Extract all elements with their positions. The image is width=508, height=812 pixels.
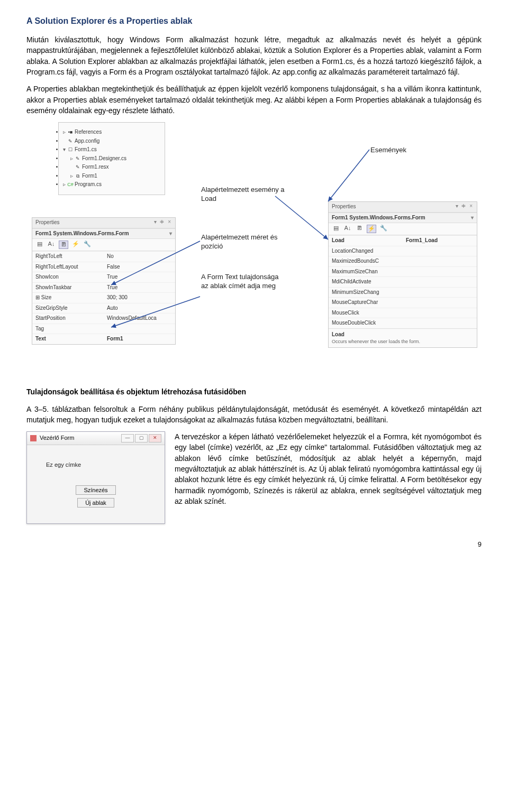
annotation-size: Alapértelmezett méret és pozíció [201, 233, 286, 251]
tree-item-label[interactable]: Form1.resx [82, 164, 109, 170]
tree-item-label[interactable]: Form1.cs [75, 146, 97, 152]
expand-icon[interactable]: ▹ [70, 172, 75, 180]
tree-item-label[interactable]: Program.cs [75, 181, 102, 187]
annotation-load: Alapértelmezett esemény a Load [201, 186, 286, 203]
minimize-button[interactable]: — [121, 434, 134, 442]
new-window-button[interactable]: Új ablak [77, 498, 114, 508]
resx-icon: ✎ [75, 164, 81, 171]
window-titlebar[interactable]: Vezérlő Form — ▢ ✕ [27, 432, 165, 445]
property-grid-left[interactable]: RightToLeftNo RightToLeftLayoutFalse Sho… [32, 251, 175, 344]
expand-icon[interactable]: ▹ [63, 128, 67, 136]
wrench-icon[interactable]: 🔧 [83, 241, 92, 248]
panel-pins[interactable]: ▾ ⵐ × [456, 202, 474, 210]
panel-header: Properties ▾ ⵐ × [329, 202, 477, 213]
paragraph-1: Miután kiválasztottuk, hogy Windows Form… [26, 34, 482, 77]
wrench-icon[interactable]: 🔧 [379, 225, 388, 232]
maximize-button[interactable]: ▢ [135, 434, 148, 442]
sample-form-window: Vezérlő Form — ▢ ✕ Ez egy címke Színezés… [26, 431, 165, 524]
category-icon[interactable]: ▤ [35, 241, 44, 248]
paragraph-2: A Properties ablakban megtekinthetjük és… [26, 84, 482, 116]
subheading: Tulajdonságok beállítása és objektum lét… [26, 386, 482, 397]
paragraph-3: A 3–5. táblázatban felsoroltuk a Form né… [26, 404, 482, 426]
references-icon: •■ [67, 129, 74, 136]
close-button[interactable]: ✕ [149, 434, 161, 442]
window-icon [30, 435, 37, 441]
panel-pins[interactable]: ▾ ⵐ × [154, 218, 172, 226]
solution-explorer-panel: ▹•■References ✎App.config ▾☐Form1.cs ▹✎F… [58, 122, 165, 195]
color-button[interactable]: Színezés [76, 485, 115, 495]
expand-icon[interactable]: ▾ [63, 146, 67, 154]
paragraph-4: A tervezéskor a képen látható vezérlőele… [175, 431, 482, 506]
selected-object[interactable]: Form1 System.Windows.Forms.Form▾ [329, 213, 477, 224]
property-grid-right[interactable]: LoadForm1_Load LocationChanged Maximized… [329, 235, 477, 328]
selected-object[interactable]: Form1 System.Windows.Forms.Form▾ [32, 228, 175, 239]
properties-icon[interactable]: 🖹 [355, 225, 364, 232]
tree-item-label[interactable]: References [75, 129, 102, 135]
figure-composite: ▹•■References ✎App.config ▾☐Form1.cs ▹✎F… [26, 122, 482, 371]
csharp-icon: C# [67, 181, 74, 188]
properties-panel-right: Properties ▾ ⵐ × Form1 System.Windows.Fo… [328, 201, 477, 348]
expand-icon[interactable]: ▹ [63, 181, 67, 189]
props-toolbar[interactable]: ▤ A↓ 🖹 ⚡ 🔧 [329, 223, 477, 235]
tree-item-label[interactable]: App.config [75, 138, 99, 144]
category-icon[interactable]: ▤ [332, 225, 340, 232]
page-title: A Solution Explorer és a Properties abla… [26, 15, 482, 27]
az-sort-icon[interactable]: A↓ [47, 241, 56, 248]
tree-item-label[interactable]: Form1.Designer.cs [82, 155, 126, 161]
props-toolbar[interactable]: ▤ A↓ 🖹 ⚡ 🔧 [32, 239, 175, 251]
solution-tree[interactable]: ▹•■References ✎App.config ▾☐Form1.cs ▹✎F… [59, 128, 165, 189]
events-icon[interactable]: ⚡ [367, 225, 376, 233]
properties-icon[interactable]: 🖹 [59, 241, 68, 249]
tree-item-label[interactable]: Form1 [82, 173, 97, 179]
az-sort-icon[interactable]: A↓ [343, 225, 352, 232]
class-icon: ⧉ [75, 173, 81, 180]
panel-header: Properties ▾ ⵐ × [32, 218, 175, 228]
page-number: 9 [26, 540, 482, 550]
property-description: Load Occurs whenever the user loads the … [329, 328, 477, 348]
form-icon: ☐ [67, 146, 74, 153]
properties-panel-left: Properties ▾ ⵐ × Form1 System.Windows.Fo… [32, 217, 176, 345]
svg-line-0 [328, 150, 369, 201]
annotation-events: Események [370, 146, 406, 154]
expand-icon[interactable]: ▹ [70, 155, 75, 163]
annotation-text: A Form Text tulajdonsága az ablak címét … [201, 273, 286, 290]
code-icon: ✎ [75, 155, 81, 162]
window-title: Vezérlő Form [40, 434, 74, 442]
sample-label: Ez egy címke [27, 461, 165, 469]
config-icon: ✎ [67, 138, 74, 145]
events-icon[interactable]: ⚡ [71, 241, 80, 248]
